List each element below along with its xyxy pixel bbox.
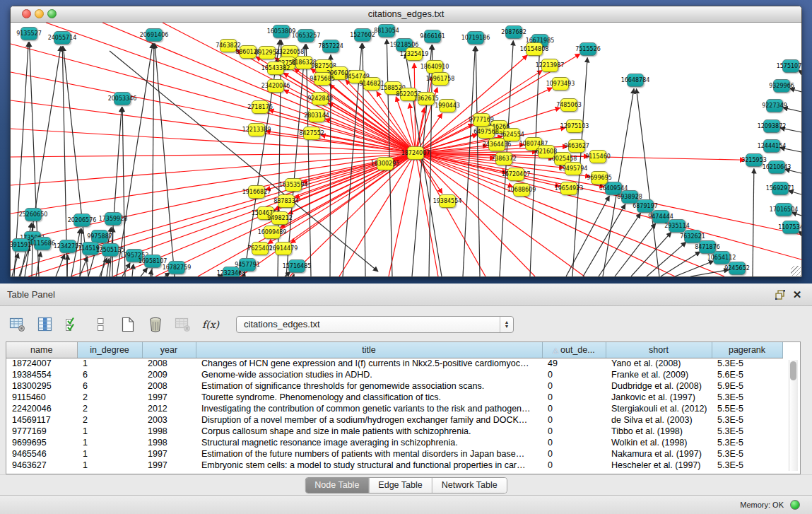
graph-node[interactable]: 3624554 [503, 128, 520, 141]
table-cell[interactable]: 2008 [142, 358, 196, 369]
delete-column-button[interactable] [145, 315, 166, 334]
table-cell[interactable]: Franke et al. (2009) [606, 369, 712, 380]
table-cell[interactable]: 2009 [142, 369, 196, 380]
graph-node[interactable]: 2803144 [308, 109, 325, 122]
table-cell[interactable]: 1997 [142, 392, 196, 403]
table-cell[interactable]: Embryonic stem cells: a model to study s… [196, 460, 542, 471]
graph-node[interactable]: 12505135 [102, 243, 119, 257]
graph-node[interactable]: 9466161 [424, 30, 441, 43]
graph-node[interactable]: 1990443 [439, 99, 456, 112]
table-cell[interactable]: Stergiakouli et al. (2012) [606, 403, 712, 414]
graph-node[interactable]: 16154808 [526, 42, 543, 56]
table-row[interactable]: 1938455462009Genome-wide association stu… [6, 369, 782, 380]
table-row[interactable]: 969969511998Structural magnetic resonanc… [6, 437, 782, 448]
table-cell[interactable]: Corpus callosum shape and size in male p… [196, 426, 542, 437]
new-column-button[interactable] [117, 315, 139, 334]
graph-node[interactable]: 2087682 [505, 25, 522, 39]
table-cell[interactable]: Tourette syndrome. Phenomenology and cla… [196, 392, 542, 403]
table-cell[interactable]: 5.3E-5 [712, 448, 782, 460]
table-cell[interactable]: 0 [542, 437, 606, 448]
graph-node[interactable]: 23420046 [267, 79, 284, 93]
table-cell[interactable]: 0 [542, 380, 606, 392]
table-row[interactable]: 946554611997Estimation of the future num… [6, 448, 782, 460]
table-cell[interactable]: Hescheler et al. (1997) [606, 460, 712, 471]
graph-node[interactable]: 17359928 [105, 212, 122, 226]
graph-node[interactable]: 16961758 [432, 72, 449, 86]
table-selector-dropdown[interactable]: citations_edges.txt ▲▼ [236, 316, 514, 333]
table-cell[interactable]: 9465546 [6, 448, 77, 460]
graph-node[interactable]: 16353594 [285, 178, 302, 192]
table-cell[interactable]: 0 [542, 369, 606, 380]
close-panel-icon[interactable]: ✕ [791, 288, 804, 301]
graph-node[interactable]: 19495794 [565, 162, 582, 175]
graph-node[interactable]: 20691406 [146, 28, 163, 42]
table-cell[interactable]: 6 [77, 369, 142, 380]
graph-node[interactable]: 12325419 [406, 47, 423, 61]
table-cell[interactable]: 9463627 [6, 460, 77, 471]
deselect-all-button[interactable] [90, 315, 111, 334]
table-cell[interactable]: 14569117 [6, 414, 77, 426]
graph-node[interactable]: 15716485 [288, 259, 305, 273]
graph-node[interactable]: 19166827 [248, 185, 265, 199]
table-cell[interactable]: 9115460 [6, 392, 77, 403]
graph-node[interactable]: 1362615 [418, 92, 435, 105]
table-cell[interactable]: Nakamura et al. (1997) [606, 448, 712, 460]
dropdown-stepper-icon[interactable]: ▲▼ [500, 317, 513, 332]
graph-node[interactable]: 1527602 [354, 28, 371, 42]
graph-node[interactable]: 391591 [12, 238, 29, 252]
graph-node[interactable]: 16914479 [275, 242, 292, 255]
graph-node[interactable]: 12444154 [763, 139, 780, 153]
table-row[interactable]: 977716911998Corpus callosum shape and si… [6, 426, 782, 437]
table-mode-button[interactable] [7, 315, 28, 334]
column-header-name[interactable]: name [6, 342, 77, 358]
table-row[interactable]: 2242004622012Investigating the contribut… [6, 403, 782, 414]
table-cell[interactable]: 2 [77, 403, 142, 414]
graph-node[interactable]: 9463627 [568, 139, 585, 153]
table-cell[interactable]: 5.3E-5 [712, 460, 782, 471]
graph-node[interactable]: 9135527 [20, 27, 37, 40]
graph-node[interactable]: 9474444 [652, 210, 669, 223]
table-cell[interactable]: 5.3E-5 [712, 414, 782, 426]
table-cell[interactable]: 1998 [142, 426, 196, 437]
node-table[interactable]: namein_degreeyeartitle△out_de...shortpag… [6, 341, 801, 474]
graph-node[interactable]: 16543382 [267, 62, 284, 75]
graph-node[interactable]: 17016504 [775, 203, 792, 216]
table-cell[interactable]: 0 [542, 403, 606, 414]
table-row[interactable]: 911546021997Tourette syndrome. Phenomeno… [6, 392, 782, 403]
table-cell[interactable]: 9777169 [6, 426, 77, 437]
graph-node[interactable]: 7386372 [495, 152, 512, 165]
table-cell[interactable]: Changes of HCN gene expression and I(f) … [196, 358, 542, 369]
graph-node[interactable]: 8427552 [303, 127, 320, 140]
graph-node[interactable]: 9146821 [363, 77, 380, 90]
graph-node[interactable]: 10654112 [713, 251, 730, 264]
column-header-in_degree[interactable]: in_degree [77, 342, 142, 358]
graph-node[interactable]: 15751074 [782, 59, 799, 73]
graph-node[interactable]: 9329966 [773, 79, 790, 93]
graph-node[interactable]: 9777169 [473, 113, 490, 127]
table-cell[interactable]: 6 [77, 380, 142, 392]
graph-node[interactable]: 9457791 [239, 258, 256, 271]
graph-node[interactable]: 9242848 [312, 92, 329, 105]
table-cell[interactable]: 1998 [142, 437, 196, 448]
graph-node[interactable]: 16053809 [273, 25, 290, 38]
graph-node[interactable]: 2935114 [669, 219, 686, 233]
table-cell[interactable]: 1997 [142, 460, 196, 471]
table-cell[interactable]: 2003 [142, 414, 196, 426]
graph-node[interactable]: 18300295 [377, 157, 394, 170]
table-row[interactable]: 1456911722003Disruption of a novel membe… [6, 414, 782, 426]
graph-node[interactable]: 12093872 [763, 119, 780, 133]
graph-node[interactable]: 16099489 [264, 226, 281, 239]
graph-node[interactable]: 24055714 [54, 31, 71, 45]
graph-node[interactable]: 16210643 [768, 160, 785, 174]
float-panel-icon[interactable] [774, 288, 787, 301]
table-cell[interactable]: Yano et al. (2008) [606, 358, 712, 369]
table-cell[interactable]: Wolkin et al. (1998) [606, 437, 712, 448]
table-cell[interactable]: 18300295 [6, 380, 77, 392]
graph-node[interactable]: 8938928 [621, 190, 638, 204]
table-cell[interactable]: 1997 [142, 448, 196, 460]
graph-node[interactable]: 9699695 [591, 171, 608, 185]
graph-node[interactable]: 7625402 [252, 242, 269, 255]
graph-node[interactable]: 1107534 [782, 221, 799, 234]
column-header-out_de[interactable]: △out_de... [542, 342, 606, 358]
table-cell[interactable]: 2012 [142, 403, 196, 414]
